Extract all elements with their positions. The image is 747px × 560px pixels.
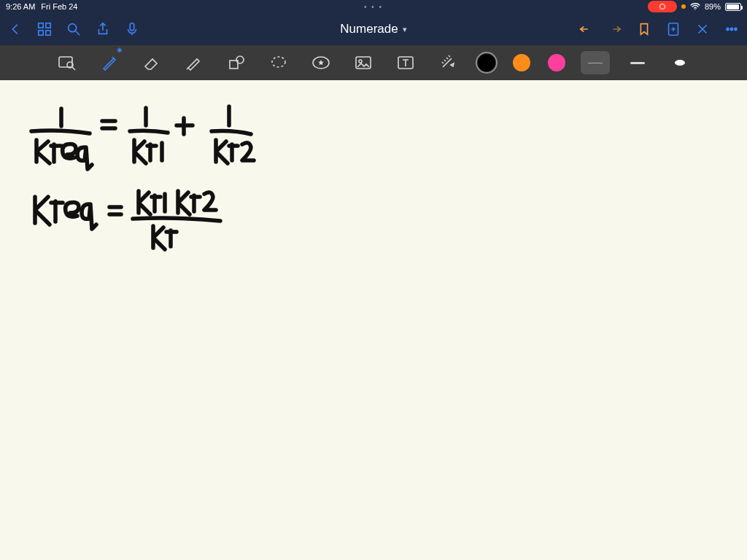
undo-icon[interactable]	[578, 21, 594, 37]
svg-rect-0	[39, 23, 43, 28]
hw-stroke	[133, 218, 220, 221]
stroke-line-icon	[588, 63, 603, 63]
stroke-dot-icon	[675, 60, 685, 66]
more-icon[interactable]	[724, 21, 740, 37]
shape-tool-icon[interactable]	[222, 50, 251, 76]
back-icon[interactable]	[7, 21, 23, 37]
svg-rect-2	[39, 31, 43, 35]
battery-percent: 89%	[705, 2, 721, 11]
doc-title-label: Numerade	[340, 22, 398, 36]
svg-point-13	[236, 56, 244, 63]
hw-stroke	[166, 230, 177, 246]
hw-stroke	[63, 144, 76, 159]
privacy-dot-icon	[681, 4, 686, 9]
hw-stroke	[216, 140, 228, 163]
chevron-down-icon: ▾	[403, 25, 407, 34]
ipad-status-bar: 9:26 AM Fri Feb 24 • • • 89%	[0, 0, 747, 13]
hw-stroke	[31, 131, 90, 133]
hw-stroke	[204, 192, 216, 210]
hw-stroke	[51, 144, 61, 162]
stroke-tip-button[interactable]	[665, 51, 694, 74]
multitask-dots[interactable]: • • •	[364, 3, 383, 11]
stroke-line-icon	[630, 62, 645, 64]
doc-title[interactable]: Numerade ▾	[340, 22, 406, 36]
color-swatch-orange[interactable]	[511, 52, 533, 74]
svg-point-4	[69, 24, 77, 32]
eraser-tool-icon[interactable]	[137, 50, 166, 76]
hw-stroke	[212, 131, 251, 135]
hw-stroke	[242, 143, 254, 160]
search-icon[interactable]	[66, 21, 82, 37]
microphone-icon[interactable]	[124, 21, 140, 37]
svg-point-14	[272, 57, 285, 67]
stroke-medium-button[interactable]	[623, 51, 652, 74]
svg-point-17	[359, 60, 362, 63]
svg-rect-3	[46, 31, 50, 35]
hw-stroke	[66, 203, 79, 217]
image-tool-icon[interactable]	[349, 50, 378, 76]
lasso-tool-icon[interactable]	[264, 50, 293, 76]
redo-icon[interactable]	[607, 21, 623, 37]
svg-point-7	[727, 28, 729, 30]
hw-stroke	[152, 195, 160, 211]
ruler-tool-icon[interactable]	[433, 50, 462, 76]
drawing-canvas[interactable]	[0, 80, 747, 560]
highlighter-tool-icon[interactable]	[179, 50, 209, 76]
zoom-tool-icon[interactable]	[53, 50, 82, 76]
hw-stroke	[36, 140, 50, 163]
bookmark-icon[interactable]	[636, 21, 652, 37]
hw-stroke	[229, 144, 238, 160]
hw-stroke	[35, 197, 50, 225]
hw-stroke	[102, 121, 115, 128]
hw-stroke	[134, 140, 146, 163]
stroke-thin-button[interactable]	[581, 51, 610, 74]
hw-stroke	[82, 204, 96, 229]
svg-point-8	[730, 28, 732, 30]
app-nav-bar: Numerade ▾	[0, 13, 747, 45]
hw-stroke	[191, 195, 200, 211]
swatch-icon	[548, 54, 565, 71]
drawing-toolbar: ✱	[0, 45, 747, 80]
pen-tool-icon[interactable]: ✱	[95, 50, 124, 76]
text-tool-icon[interactable]	[391, 50, 420, 76]
svg-point-9	[735, 28, 737, 30]
bluetooth-badge-icon: ✱	[117, 47, 123, 54]
color-swatch-pink[interactable]	[546, 52, 568, 74]
battery-icon	[725, 3, 741, 11]
favorite-tool-icon[interactable]	[306, 50, 336, 76]
swatch-icon	[513, 54, 530, 71]
hw-stroke	[130, 131, 168, 133]
share-icon[interactable]	[95, 21, 111, 37]
wifi-icon	[690, 2, 700, 12]
close-icon[interactable]	[694, 21, 711, 37]
handwriting-layer	[0, 80, 747, 560]
add-page-icon[interactable]	[665, 21, 681, 37]
swatch-icon	[478, 54, 495, 71]
status-date: Fri Feb 24	[41, 2, 77, 11]
color-swatch-black[interactable]	[476, 52, 498, 74]
status-time: 9:26 AM	[6, 2, 35, 11]
apps-grid-icon[interactable]	[36, 21, 53, 37]
screen-record-pill[interactable]	[648, 1, 677, 12]
hw-stroke	[109, 207, 121, 214]
hw-stroke	[153, 226, 165, 249]
hw-stroke	[177, 118, 193, 134]
hw-stroke	[139, 191, 150, 214]
hw-stroke	[147, 144, 156, 160]
hw-stroke	[51, 201, 63, 222]
hw-stroke	[77, 147, 92, 169]
hw-stroke	[178, 191, 190, 214]
svg-rect-1	[46, 23, 50, 28]
svg-rect-5	[130, 23, 134, 31]
